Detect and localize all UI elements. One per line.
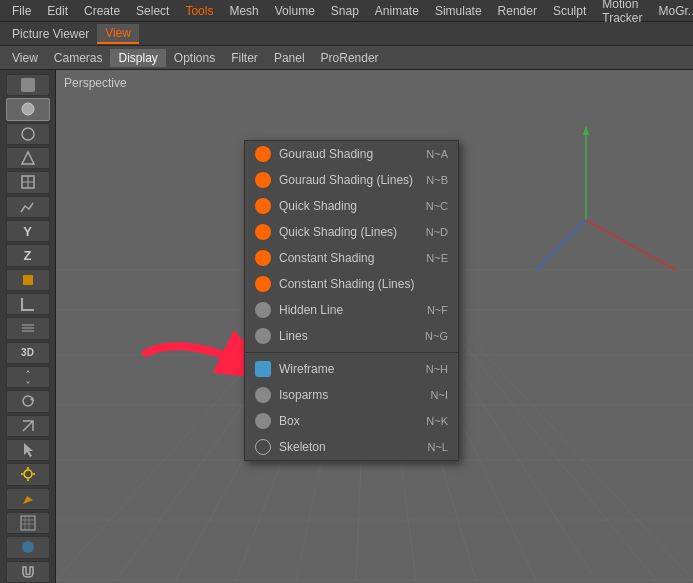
toolbar-btn-move[interactable]: [6, 366, 50, 388]
menu-item-label-gouraud-lines: Gouraud Shading (Lines): [279, 173, 413, 187]
toolbar-btn-3[interactable]: [6, 123, 50, 145]
menu-create[interactable]: Create: [76, 2, 128, 20]
menu-item-label-quick: Quick Shading: [279, 199, 357, 213]
shortcut-isoparms: N~I: [431, 389, 448, 401]
menu-item-label-gouraud: Gouraud Shading: [279, 147, 373, 161]
toolbar-btn-5[interactable]: [6, 171, 50, 193]
shortcut-lines: N~G: [425, 330, 448, 342]
menu-mogr[interactable]: MoGr...: [651, 2, 693, 20]
svg-rect-16: [21, 516, 35, 530]
menu-item-hidden-line[interactable]: Hidden Line N~F: [245, 297, 458, 323]
icon-constant-lines: [255, 276, 271, 292]
svg-rect-6: [23, 275, 33, 285]
svg-point-10: [23, 396, 33, 406]
shortcut-gouraud-lines: N~B: [426, 174, 448, 186]
menu-item-left-quick: Quick Shading: [255, 198, 357, 214]
submenu-panel[interactable]: Panel: [266, 49, 313, 67]
menu-item-label-box: Box: [279, 414, 300, 428]
icon-gouraud-shading: [255, 146, 271, 162]
toolbar-btn-scale[interactable]: [6, 415, 50, 437]
menu-item-left-quick-lines: Quick Shading (Lines): [255, 224, 397, 240]
toolbar-btn-cube[interactable]: [6, 269, 50, 291]
toolbar-btn-paint[interactable]: [6, 488, 50, 510]
shortcut-quick: N~C: [426, 200, 448, 212]
menu-item-left-isoparms: Isoparms: [255, 387, 328, 403]
second-bar: Picture Viewer View: [0, 22, 693, 46]
shortcut-gouraud: N~A: [426, 148, 448, 160]
toolbar-btn-sphere-icon[interactable]: [6, 536, 50, 558]
svg-point-11: [24, 470, 32, 478]
shortcut-wireframe: N~H: [426, 363, 448, 375]
submenu-cameras[interactable]: Cameras: [46, 49, 111, 67]
menu-mesh[interactable]: Mesh: [221, 2, 266, 20]
toolbar-btn-2[interactable]: [6, 98, 50, 120]
icon-constant-shading: [255, 250, 271, 266]
tab-picture-viewer[interactable]: Picture Viewer: [4, 25, 97, 43]
menu-item-wireframe[interactable]: Wireframe N~H: [245, 356, 458, 382]
menu-motion-tracker[interactable]: Motion Tracker: [594, 0, 650, 27]
menu-item-constant-shading[interactable]: Constant Shading N~E: [245, 245, 458, 271]
submenu-prorender[interactable]: ProRender: [313, 49, 387, 67]
menu-item-lines[interactable]: Lines N~G: [245, 323, 458, 349]
submenu-view[interactable]: View: [4, 49, 46, 67]
menu-item-left-skeleton: Skeleton: [255, 439, 326, 455]
icon-skeleton: [255, 439, 271, 455]
menu-item-label-constant-lines: Constant Shading (Lines): [279, 277, 414, 291]
toolbar-btn-grid[interactable]: [6, 317, 50, 339]
toolbar-btn-select[interactable]: [6, 439, 50, 461]
menu-edit[interactable]: Edit: [39, 2, 76, 20]
menu-item-label-lines: Lines: [279, 329, 308, 343]
svg-point-1: [22, 103, 34, 115]
svg-point-17: [22, 541, 34, 553]
menu-select[interactable]: Select: [128, 2, 177, 20]
display-dropdown: Gouraud Shading N~A Gouraud Shading (Lin…: [244, 140, 459, 461]
shortcut-quick-lines: N~D: [426, 226, 448, 238]
menu-item-gouraud-lines[interactable]: Gouraud Shading (Lines) N~B: [245, 167, 458, 193]
toolbar-btn-4[interactable]: [6, 147, 50, 169]
shortcut-skeleton: N~L: [428, 441, 449, 453]
toolbar-btn-magnet[interactable]: [6, 561, 50, 583]
toolbar-btn-y[interactable]: Y: [6, 220, 50, 242]
toolbar-btn-texture[interactable]: [6, 512, 50, 534]
icon-hidden-line: [255, 302, 271, 318]
toolbar-btn-3d[interactable]: 3D: [6, 342, 50, 364]
menu-item-isoparms[interactable]: Isoparms N~I: [245, 382, 458, 408]
viewport[interactable]: Perspective Gouraud Shading N~A: [56, 70, 693, 583]
icon-wireframe: [255, 361, 271, 377]
menu-item-quick-shading[interactable]: Quick Shading N~C: [245, 193, 458, 219]
toolbar-btn-1[interactable]: [6, 74, 50, 96]
main-area: Y Z 3D: [0, 70, 693, 583]
shortcut-box: N~K: [426, 415, 448, 427]
menu-render[interactable]: Render: [490, 2, 545, 20]
menu-item-left-gouraud: Gouraud Shading: [255, 146, 373, 162]
toolbar-btn-l[interactable]: [6, 293, 50, 315]
menu-item-label-hidden: Hidden Line: [279, 303, 343, 317]
menu-item-gouraud-shading[interactable]: Gouraud Shading N~A: [245, 141, 458, 167]
menu-sculpt[interactable]: Sculpt: [545, 2, 594, 20]
menu-tools[interactable]: Tools: [177, 2, 221, 20]
menu-item-left-lines: Lines: [255, 328, 308, 344]
toolbar-btn-light[interactable]: [6, 463, 50, 485]
menu-item-label-constant: Constant Shading: [279, 251, 374, 265]
menu-item-quick-lines[interactable]: Quick Shading (Lines) N~D: [245, 219, 458, 245]
menu-item-left-wireframe: Wireframe: [255, 361, 334, 377]
menu-item-box[interactable]: Box N~K: [245, 408, 458, 434]
toolbar-btn-6[interactable]: [6, 196, 50, 218]
menu-file[interactable]: File: [4, 2, 39, 20]
tab-view[interactable]: View: [97, 24, 139, 44]
toolbar-btn-z[interactable]: Z: [6, 244, 50, 266]
view-subbar: View Cameras Display Options Filter Pane…: [0, 46, 693, 70]
menu-item-constant-lines[interactable]: Constant Shading (Lines): [245, 271, 458, 297]
toolbar-btn-rotate[interactable]: [6, 390, 50, 412]
menu-item-skeleton[interactable]: Skeleton N~L: [245, 434, 458, 460]
submenu-filter[interactable]: Filter: [223, 49, 266, 67]
menu-item-left-box: Box: [255, 413, 300, 429]
menu-volume[interactable]: Volume: [267, 2, 323, 20]
menu-simulate[interactable]: Simulate: [427, 2, 490, 20]
menu-item-label-quick-lines: Quick Shading (Lines): [279, 225, 397, 239]
submenu-options[interactable]: Options: [166, 49, 223, 67]
menu-snap[interactable]: Snap: [323, 2, 367, 20]
menu-animate[interactable]: Animate: [367, 2, 427, 20]
submenu-display[interactable]: Display: [110, 49, 165, 67]
shortcut-constant: N~E: [426, 252, 448, 264]
